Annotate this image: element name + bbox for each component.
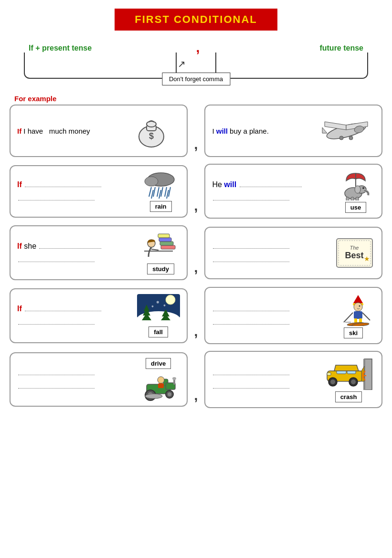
row2-comma: , [192, 199, 200, 219]
row4-comma: , [192, 324, 200, 344]
card-row3-left-text: If she [17, 242, 142, 264]
row3-right-line1 [212, 242, 334, 251]
row5-right-label: crash [335, 391, 362, 402]
svg-text:❄: ❄ [151, 305, 154, 308]
row2-right-line1: He will [212, 180, 337, 189]
svg-rect-32 [159, 238, 171, 242]
card-row2-right-text: He will [212, 180, 337, 202]
svg-point-74 [172, 377, 176, 380]
svg-point-26 [355, 186, 360, 193]
svg-rect-28 [351, 197, 354, 200]
exercise-row-3: If she [10, 225, 382, 280]
svg-text:❄: ❄ [163, 304, 166, 307]
card-row4-left: If ❄ [10, 288, 188, 343]
card-row3-left: If she [10, 225, 188, 280]
svg-point-86 [351, 379, 356, 384]
svg-point-84 [330, 379, 335, 384]
svg-rect-33 [158, 234, 170, 238]
svg-rect-72 [158, 383, 164, 388]
svg-point-12 [145, 177, 158, 186]
card-row2-left-img: rain [142, 171, 180, 212]
row2-right-line2 [212, 194, 337, 202]
brace-left [24, 53, 177, 79]
svg-rect-30 [161, 245, 175, 249]
row4-right-line1 [212, 305, 332, 313]
header-section: FIRST CONDITIONAL [0, 0, 392, 35]
row3-left-line2 [17, 255, 142, 264]
formula-row: If + present tense , future tense [0, 35, 392, 53]
row5-left-label: drive [146, 358, 171, 369]
svg-point-42 [166, 295, 175, 305]
svg-text:The: The [350, 245, 359, 251]
for-example-label: For example [0, 91, 392, 105]
card-row2-left: If rain [10, 165, 188, 218]
card-row5-left-text [17, 368, 137, 390]
row3-comma: , [192, 260, 200, 280]
svg-point-10 [349, 136, 353, 140]
arrow-up-icon: ↗ [178, 58, 186, 70]
row2-left-label: rain [150, 201, 172, 212]
row4-right-label: ski [344, 327, 363, 338]
card-row1-right: I will buy a plane. [204, 105, 382, 157]
card-row1-left: If I have much money $ [10, 105, 188, 157]
card-row5-left-img: drive [137, 358, 180, 401]
card-row4-left-img: ❄ ❄ ❄ fall [137, 294, 180, 337]
row3-left-label: study [147, 263, 174, 274]
svg-point-2 [147, 121, 156, 127]
formula-left: If + present tense [29, 44, 92, 53]
row2-left-line2 [17, 194, 142, 202]
row4-left-label: fall [148, 326, 168, 337]
card-row2-right-img: use [337, 169, 375, 213]
svg-rect-90 [327, 373, 331, 375]
svg-rect-56 [354, 311, 362, 319]
svg-marker-52 [353, 295, 363, 303]
svg-point-70 [168, 392, 171, 396]
svg-text:Best: Best [345, 251, 363, 260]
card-row5-right-text [212, 368, 322, 390]
row1-comma: , [192, 137, 200, 157]
card-row1-right-text: I will buy a plane. [212, 127, 318, 135]
card-row5-left: drive [10, 352, 188, 407]
row4-left-line1: If [17, 305, 137, 313]
exercise-row-1: If I have much money $ [10, 105, 382, 157]
svg-marker-7 [322, 127, 327, 133]
row5-left-line2 [17, 382, 137, 390]
row5-right-line2 [212, 382, 322, 390]
row4-left-line2 [17, 318, 137, 326]
svg-point-9 [339, 136, 343, 140]
exercise-area: If I have much money $ [0, 105, 392, 408]
svg-point-55 [359, 305, 360, 307]
svg-line-15 [157, 187, 159, 197]
svg-text:❄: ❄ [156, 300, 159, 305]
row5-right-line1 [212, 368, 322, 377]
svg-point-54 [354, 303, 362, 311]
card-row3-right-text [212, 242, 334, 264]
svg-line-63 [362, 313, 370, 320]
svg-line-14 [153, 187, 155, 197]
page-title: FIRST CONDITIONAL [135, 13, 257, 25]
brace-right [215, 53, 368, 79]
svg-text:★: ★ [364, 255, 370, 263]
svg-point-25 [362, 187, 364, 189]
card-row3-right-img: The Best ★ [334, 236, 375, 270]
card-row5-right-img: crash [322, 357, 375, 402]
row3-left-line1: If she [17, 242, 142, 251]
exercise-row-5: drive [10, 351, 382, 408]
row1-right-img [318, 111, 375, 151]
svg-rect-29 [356, 197, 359, 200]
card-row3-left-img: study [142, 231, 180, 274]
svg-marker-82 [334, 365, 359, 371]
svg-rect-31 [160, 242, 173, 245]
svg-rect-27 [346, 197, 349, 200]
svg-point-71 [158, 377, 164, 383]
brace-area: ↗ Don't forget comma [19, 53, 373, 91]
svg-line-61 [344, 313, 353, 322]
row5-comma: , [192, 388, 200, 408]
row4-right-line2 [212, 318, 332, 326]
row2-left-line1: If [17, 180, 142, 189]
card-row4-right-img: ski [332, 293, 375, 338]
row3-right-line2 [212, 255, 334, 264]
card-row1-left-text: If I have much money [17, 127, 123, 135]
svg-line-17 [165, 187, 167, 197]
svg-text:$: $ [149, 131, 154, 141]
